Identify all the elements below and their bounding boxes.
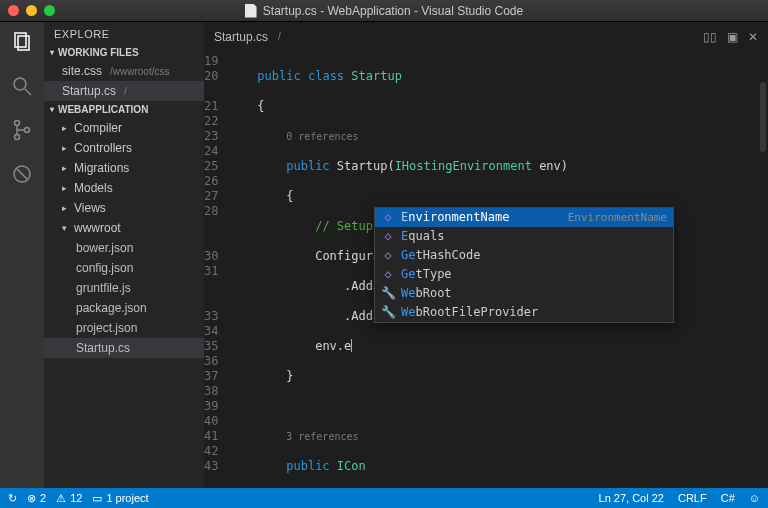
svg-line-3 [25, 89, 31, 95]
status-eol[interactable]: CRLF [678, 492, 707, 504]
suggest-label: EnvironmentName [401, 210, 509, 225]
explorer-sidebar: EXPLORE ▾ WORKING FILES site.css /wwwroo… [44, 22, 204, 488]
folder-item[interactable]: ▸Models [44, 178, 204, 198]
git-view-icon[interactable] [10, 118, 34, 146]
debug-view-icon[interactable] [10, 162, 34, 190]
status-project[interactable]: ▭1 project [92, 492, 148, 505]
suggest-kind-icon: ◇ [381, 248, 395, 263]
zoom-window-button[interactable] [44, 5, 55, 16]
suggest-desc: EnvironmentName [568, 210, 667, 225]
file-item[interactable]: project.json [44, 318, 204, 338]
folder-item[interactable]: ▸Compiler [44, 118, 204, 138]
working-files-header[interactable]: ▾ WORKING FILES [44, 44, 204, 61]
workbench: EXPLORE ▾ WORKING FILES site.css /wwwroo… [0, 22, 768, 488]
intellisense-popup[interactable]: ◇EnvironmentNameEnvironmentName◇Equals◇G… [374, 207, 674, 323]
suggest-label: GetType [401, 267, 452, 282]
file-path-hint: /wwwroot/css [110, 66, 169, 77]
project-label: WEBAPPLICATION [58, 104, 148, 115]
sidebar-title: EXPLORE [44, 22, 204, 44]
editor-group: Startup.cs / ▯▯ ▣ ✕ 19202122232425262728… [204, 22, 768, 488]
editor-more-icon[interactable]: ▣ [727, 30, 738, 44]
suggest-item[interactable]: ◇Equals [375, 227, 673, 246]
suggest-kind-icon: 🔧 [381, 305, 395, 320]
status-sync[interactable]: ↻ [8, 492, 17, 505]
folder-item[interactable]: ▸Controllers [44, 138, 204, 158]
file-item[interactable]: package.json [44, 298, 204, 318]
status-feedback-icon[interactable]: ☺ [749, 492, 760, 504]
file-name: Startup.cs [62, 84, 116, 98]
status-language[interactable]: C# [721, 492, 735, 504]
file-icon [245, 4, 257, 18]
project-header[interactable]: ▾ WEBAPPLICATION [44, 101, 204, 118]
file-item[interactable]: gruntfile.js [44, 278, 204, 298]
split-editor-icon[interactable]: ▯▯ [703, 30, 717, 44]
chevron-right-icon: ▸ [62, 183, 70, 193]
activity-bar [0, 22, 44, 488]
chevron-right-icon: ▸ [62, 163, 70, 173]
folder-item[interactable]: ▾wwwroot [44, 218, 204, 238]
svg-point-5 [15, 135, 20, 140]
chevron-down-icon: ▾ [62, 223, 70, 233]
working-files-label: WORKING FILES [58, 47, 139, 58]
suggest-item[interactable]: ◇GetType [375, 265, 673, 284]
error-icon: ⊗ [27, 492, 36, 505]
folder-item[interactable]: ▸Migrations [44, 158, 204, 178]
suggest-item[interactable]: ◇GetHashCode [375, 246, 673, 265]
svg-point-2 [14, 78, 26, 90]
close-editor-icon[interactable]: ✕ [748, 30, 758, 44]
sync-icon: ↻ [8, 492, 17, 505]
close-window-button[interactable] [8, 5, 19, 16]
chevron-down-icon: ▾ [50, 48, 54, 57]
suggest-item[interactable]: ◇EnvironmentNameEnvironmentName [375, 208, 673, 227]
tab-title: Startup.cs [214, 30, 268, 44]
chevron-right-icon: ▸ [62, 123, 70, 133]
chevron-right-icon: ▸ [62, 203, 70, 213]
suggest-kind-icon: ◇ [381, 229, 395, 244]
svg-rect-0 [15, 33, 26, 47]
svg-point-6 [25, 128, 30, 133]
code-editor[interactable]: 1920212223242526272830313334353637383940… [204, 52, 768, 488]
window-title: Startup.cs - WebApplication - Visual Stu… [263, 4, 523, 18]
warning-icon: ⚠ [56, 492, 66, 505]
folder-item[interactable]: ▸Views [44, 198, 204, 218]
suggest-item[interactable]: 🔧WebRootFileProvider [375, 303, 673, 322]
status-bar: ↻ ⊗2 ⚠12 ▭1 project Ln 27, Col 22 CRLF C… [0, 488, 768, 508]
file-item[interactable]: Startup.cs [44, 338, 204, 358]
suggest-kind-icon: 🔧 [381, 286, 395, 301]
minimize-window-button[interactable] [26, 5, 37, 16]
chevron-down-icon: ▾ [50, 105, 54, 114]
scrollbar[interactable] [758, 52, 768, 488]
chevron-right-icon: ▸ [62, 143, 70, 153]
window-titlebar: Startup.cs - WebApplication - Visual Stu… [0, 0, 768, 22]
status-errors[interactable]: ⊗2 [27, 492, 46, 505]
suggest-item[interactable]: 🔧WebRoot [375, 284, 673, 303]
working-file-item[interactable]: site.css /wwwroot/css [44, 61, 204, 81]
editor-tab[interactable]: Startup.cs / [214, 30, 281, 44]
suggest-label: WebRootFileProvider [401, 305, 538, 320]
explorer-view-icon[interactable] [10, 30, 34, 58]
suggest-label: GetHashCode [401, 248, 480, 263]
suggest-kind-icon: ◇ [381, 210, 395, 225]
svg-line-8 [16, 168, 28, 180]
scroll-thumb[interactable] [760, 82, 766, 152]
status-cursor-position[interactable]: Ln 27, Col 22 [599, 492, 664, 504]
file-path-hint: / [124, 86, 127, 97]
suggest-label: WebRoot [401, 286, 452, 301]
status-warnings[interactable]: ⚠12 [56, 492, 82, 505]
file-item[interactable]: bower.json [44, 238, 204, 258]
window-controls [8, 5, 55, 16]
working-file-item[interactable]: Startup.cs / [44, 81, 204, 101]
svg-rect-1 [18, 36, 29, 50]
search-view-icon[interactable] [10, 74, 34, 102]
suggest-kind-icon: ◇ [381, 267, 395, 282]
text-cursor [351, 339, 352, 352]
project-icon: ▭ [92, 492, 102, 505]
editor-tabbar: Startup.cs / ▯▯ ▣ ✕ [204, 22, 768, 52]
tab-path: / [278, 31, 281, 42]
line-gutter: 1920212223242526272830313334353637383940… [204, 52, 228, 488]
svg-point-4 [15, 121, 20, 126]
file-item[interactable]: config.json [44, 258, 204, 278]
suggest-label: Equals [401, 229, 444, 244]
file-name: site.css [62, 64, 102, 78]
